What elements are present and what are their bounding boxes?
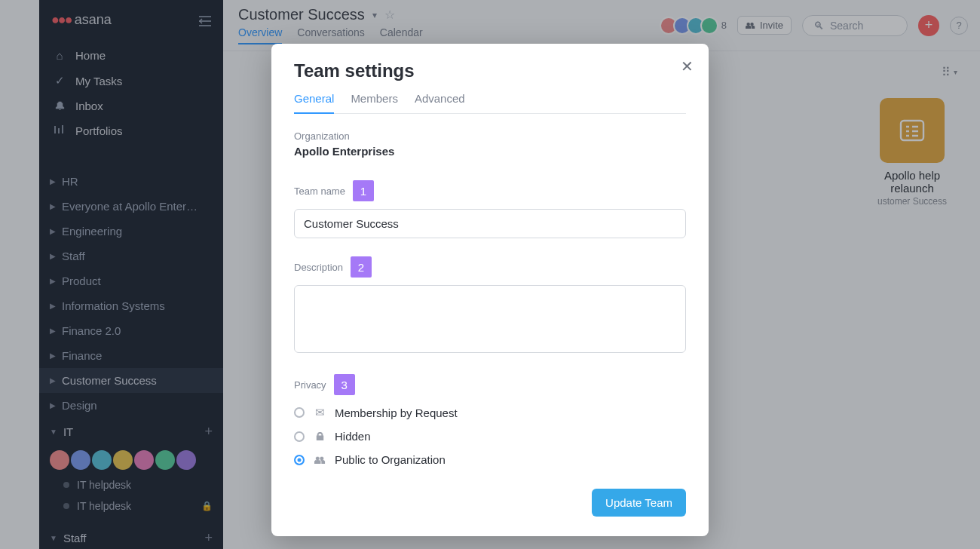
update-team-button[interactable]: Update Team — [592, 489, 686, 517]
close-icon[interactable]: ✕ — [681, 57, 694, 75]
modal-tab-advanced[interactable]: Advanced — [415, 92, 465, 113]
description-label: Description 2 — [294, 256, 686, 278]
modal-tab-general[interactable]: General — [294, 92, 334, 114]
privacy-label: Privacy 3 — [294, 374, 686, 395]
modal-tabs: General Members Advanced — [294, 92, 686, 114]
org-label: Organization — [294, 130, 686, 142]
modal-title: Team settings — [294, 60, 686, 81]
privacy-option-label: Hidden — [335, 430, 371, 443]
team-settings-modal: Team settings ✕ General Members Advanced… — [271, 44, 709, 536]
annotation-badge: 1 — [353, 180, 374, 201]
radio-icon — [294, 407, 305, 418]
privacy-option-hidden[interactable]: 🔒︎ Hidden — [294, 430, 686, 443]
annotation-badge: 3 — [334, 374, 355, 395]
privacy-option-label: Public to Organization — [335, 453, 446, 466]
privacy-option-public[interactable]: 👥︎ Public to Organization — [294, 453, 686, 466]
team-name-label: Team name 1 — [294, 180, 686, 201]
radio-icon — [294, 455, 305, 465]
team-name-input[interactable] — [294, 209, 686, 238]
description-input[interactable] — [294, 285, 686, 353]
privacy-option-membership-request[interactable]: ✉︎ Membership by Request — [294, 406, 686, 419]
modal-overlay: Team settings ✕ General Members Advanced… — [0, 0, 980, 549]
envelope-icon: ✉︎ — [314, 406, 326, 419]
radio-icon — [294, 431, 305, 442]
modal-tab-members[interactable]: Members — [351, 92, 398, 113]
lock-icon: 🔒︎ — [314, 430, 326, 443]
people-icon: 👥︎ — [314, 453, 326, 466]
org-value: Apollo Enterprises — [294, 145, 686, 158]
annotation-badge: 2 — [351, 256, 372, 278]
privacy-option-label: Membership by Request — [335, 406, 458, 419]
